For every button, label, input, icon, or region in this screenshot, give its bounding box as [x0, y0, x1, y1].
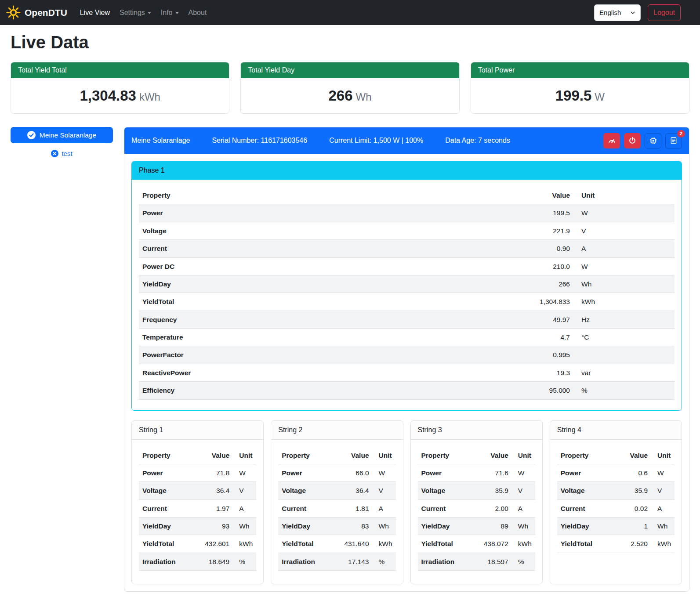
summary-card-yield-total: Total Yield Total 1,304.83kWh [11, 62, 229, 114]
property-name: YieldTotal [557, 535, 613, 553]
event-log-button[interactable]: 2 [665, 133, 682, 148]
property-unit: V [233, 482, 256, 499]
property-unit: V [373, 482, 396, 499]
speedometer-icon [608, 137, 616, 145]
inverter-serial: Serial Number: 116171603546 [212, 137, 307, 145]
property-value: 83 [335, 517, 373, 535]
check-circle-icon [27, 131, 36, 139]
property-unit: kWh [512, 535, 535, 553]
property-unit: W [373, 464, 396, 481]
property-name: Temperature [139, 329, 516, 346]
property-unit: V [573, 222, 675, 239]
brand[interactable]: OpenDTU [6, 5, 67, 20]
data-table: PropertyValueUnitPower71.6WVoltage35.9VC… [418, 447, 535, 571]
summary-card-yield-day: Total Yield Day 266Wh [240, 62, 459, 114]
property-unit: kWh [233, 535, 256, 553]
property-value: 221.9 [516, 222, 573, 239]
property-unit: W [573, 257, 675, 275]
summary-value: 266 [328, 87, 352, 104]
property-name: Voltage [418, 482, 474, 499]
chevron-down-icon [630, 10, 635, 15]
property-name: Current [278, 499, 334, 517]
property-name: Power DC [139, 257, 516, 275]
property-unit: Wh [573, 275, 675, 293]
page-title: Live Data [11, 33, 689, 52]
property-unit: % [373, 553, 396, 570]
property-unit: Wh [651, 517, 675, 535]
string-card: String 2PropertyValueUnitPower66.0WVolta… [271, 420, 403, 585]
table-row: YieldDay93Wh [139, 517, 256, 535]
property-name: Power [278, 464, 334, 481]
inverter-card-body: Phase 1 PropertyValueUnitPower199.5WVolt… [124, 154, 689, 591]
summary-value: 1,304.83 [80, 87, 136, 104]
property-unit: A [233, 499, 256, 517]
property-unit: % [573, 382, 675, 399]
logout-button[interactable]: Logout [648, 4, 681, 21]
inverter-name: Meine Solaranlage [131, 137, 190, 145]
nav-item-info[interactable]: Info [156, 5, 184, 20]
device-info-button[interactable] [645, 133, 661, 148]
property-name: Voltage [557, 482, 613, 499]
limit-settings-button[interactable] [603, 133, 620, 148]
property-value: 1 [613, 517, 651, 535]
string-card-body: PropertyValueUnitPower71.8WVoltage36.4VC… [132, 440, 263, 584]
property-value: 0.6 [613, 464, 651, 481]
property-name: Current [139, 240, 516, 257]
summary-unit: W [595, 91, 605, 103]
property-value: 18.649 [195, 553, 233, 570]
summary-card-body: 199.5W [471, 78, 689, 113]
string-card-title: String 4 [550, 421, 682, 440]
table-row: YieldDay1Wh [557, 517, 675, 535]
property-name: YieldTotal [278, 535, 334, 553]
navbar: OpenDTU Live View Settings Info About En… [0, 0, 700, 25]
nav-item-live-view[interactable]: Live View [75, 5, 115, 20]
property-unit: W [512, 464, 535, 481]
inverter-select-button[interactable]: Meine Solaranlage [11, 127, 113, 143]
column-header: Unit [233, 447, 256, 464]
property-unit: A [512, 499, 535, 517]
power-icon [628, 137, 636, 145]
table-header-row: PropertyValueUnit [418, 447, 535, 464]
summary-row: Total Yield Total 1,304.83kWh Total Yiel… [11, 62, 689, 114]
property-unit: kWh [651, 535, 675, 553]
summary-unit: Wh [356, 91, 372, 103]
property-unit: W [651, 464, 675, 481]
cpu-icon [649, 137, 657, 145]
table-row: YieldDay89Wh [418, 517, 535, 535]
column-header: Unit [373, 447, 396, 464]
nav-item-label: About [189, 9, 207, 17]
property-unit: W [233, 464, 256, 481]
property-unit: V [512, 482, 535, 499]
property-name: YieldTotal [139, 293, 516, 311]
property-value: 1,304.833 [516, 293, 573, 311]
property-unit: Wh [233, 517, 256, 535]
table-row: Efficiency95.000% [139, 382, 675, 399]
property-name: Frequency [139, 311, 516, 328]
property-name: Power [139, 464, 195, 481]
table-row: Current1.97A [139, 499, 256, 517]
column-header: Unit [651, 447, 675, 464]
sidebar-item-test[interactable]: test [11, 150, 113, 157]
table-row: Irradiation18.597% [418, 553, 535, 570]
main-row: Meine Solaranlage test Meine Solaranlage… [11, 127, 689, 592]
table-row: Frequency49.97Hz [139, 311, 675, 328]
language-select[interactable]: English [594, 4, 641, 21]
table-row: Irradiation18.649% [139, 553, 256, 570]
column-header: Value [474, 447, 512, 464]
string-card: String 3PropertyValueUnitPower71.6WVolta… [410, 420, 543, 585]
property-value: 210.0 [516, 257, 573, 275]
string-card-title: String 2 [271, 421, 403, 440]
table-row: YieldTotal438.072kWh [418, 535, 535, 553]
table-header-row: PropertyValueUnit [278, 447, 395, 464]
property-unit: kWh [373, 535, 396, 553]
nav-item-settings[interactable]: Settings [115, 5, 156, 20]
table-row: Power DC210.0W [139, 257, 675, 275]
journal-icon [670, 137, 678, 145]
property-value: 0.995 [516, 346, 573, 364]
property-unit: % [233, 553, 256, 570]
nav-item-about[interactable]: About [184, 5, 212, 20]
power-button[interactable] [624, 133, 641, 148]
inverter-limit: Current Limit: 1,500 W | 100% [329, 137, 423, 145]
property-name: YieldDay [418, 517, 474, 535]
inverter-data-age: Data Age: 7 seconds [445, 137, 510, 145]
